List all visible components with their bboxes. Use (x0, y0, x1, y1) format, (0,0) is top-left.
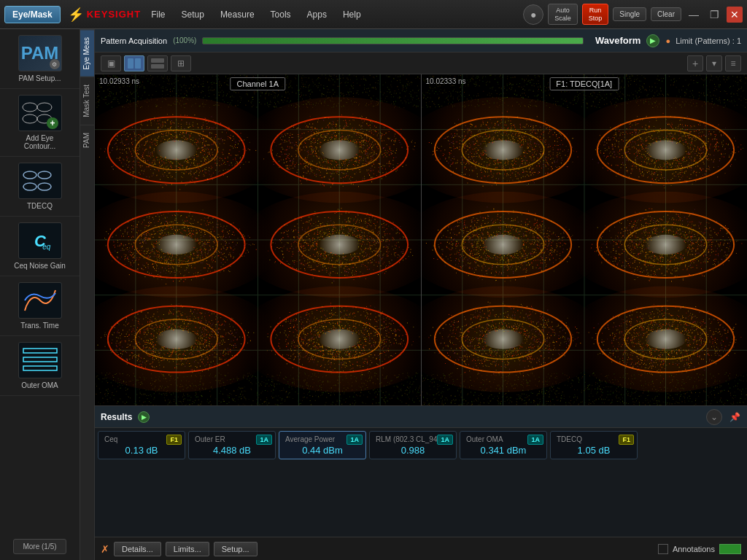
add-channel-button[interactable]: + (687, 55, 703, 71)
pam-setup-icon: PAM ⚙ (18, 35, 62, 71)
result-cell-name: Ceq (104, 435, 117, 443)
view-menu-button[interactable]: ≡ (725, 55, 741, 71)
close-button[interactable]: ✕ (727, 7, 743, 23)
titlebar: Eye/Mask ⚡ KEYSIGHT File Setup Measure T… (0, 0, 747, 29)
add-eye-contour-icon: + (18, 95, 62, 131)
result-cell-rlm: RLM (802.3 CL_94) 1A 0.988 (369, 431, 457, 459)
menu-apps[interactable]: Apps (301, 7, 333, 23)
logo-mark-icon: ⚡ (68, 7, 84, 23)
collapse-view-button[interactable]: ▾ (706, 55, 722, 71)
limit-text: ● Limit (Patterns) : 1 (665, 36, 741, 45)
trans-time-label: Trans. Time (20, 322, 58, 330)
vtab-pam[interactable]: PAM (80, 125, 94, 155)
ceq-noise-gain-label: Ceq Noise Gain (14, 262, 66, 270)
result-cell-avg-power: Average Power 1A 0.44 dBm (279, 431, 366, 459)
setup-action-button[interactable]: Setup... (214, 542, 258, 556)
panel2-label: F1: TDECQ[1A] (549, 77, 619, 90)
acquisition-progress-fill (203, 38, 583, 44)
sidebar-item-outer-oma[interactable]: Outer OMA (0, 336, 80, 396)
auto-scale-button[interactable]: Auto Scale (548, 4, 578, 26)
result-cell-badge: F1 (166, 435, 182, 445)
tdecq-icon (18, 163, 62, 199)
menu-help[interactable]: Help (337, 7, 367, 23)
result-cell-badge: 1A (256, 435, 272, 445)
eye-mask-button[interactable]: Eye/Mask (4, 6, 61, 23)
clear-button[interactable]: Clear (651, 7, 681, 21)
result-cell-name: Average Power (285, 435, 335, 443)
details-button[interactable]: Details... (114, 542, 161, 556)
view-split2v-button[interactable] (147, 55, 168, 71)
waveform-play-button[interactable]: ▶ (646, 34, 659, 47)
waveform-panel-1: 10.02933 ns Channel 1A (95, 74, 422, 405)
view-single-button[interactable]: ▣ (101, 55, 121, 71)
outer-oma-icon (18, 342, 62, 378)
result-cell-ceq: Ceq F1 0.13 dB (98, 431, 185, 459)
result-cell-outer-oma: Outer OMA 1A 0.341 dBm (460, 431, 547, 459)
results-play-button[interactable]: ▶ (138, 411, 150, 423)
annotations-indicator (719, 544, 741, 554)
view-buttons-bar: ▣ ⊞ + ▾ ≡ (95, 52, 747, 74)
run-stop-button[interactable]: Run Stop (582, 4, 609, 26)
svg-rect-21 (135, 58, 141, 69)
svg-rect-16 (19, 343, 61, 378)
panel2-timestamp: 10.02333 ns (426, 77, 466, 85)
pam-setup-label: PAM Setup... (18, 74, 61, 82)
gear-icon: ⚙ (50, 59, 60, 69)
more-button[interactable]: More (1/5) (13, 539, 66, 554)
minimize-button[interactable]: — (686, 7, 702, 23)
limit-dot-icon: ● (665, 36, 670, 45)
svg-text:+: + (50, 118, 55, 128)
result-cell-value: 0.988 (376, 445, 450, 456)
tdecq-label: TDECQ (27, 202, 53, 210)
annotations-checkbox[interactable] (658, 544, 668, 554)
menu-measure[interactable]: Measure (214, 7, 260, 23)
single-button[interactable]: Single (613, 7, 646, 21)
sidebar-item-pam-setup[interactable]: PAM ⚙ PAM Setup... (0, 29, 80, 89)
result-cell-value: 1.05 dB (557, 445, 631, 456)
acq-percent: (100%) (173, 36, 196, 44)
svg-rect-20 (128, 58, 133, 69)
outer-oma-label: Outer OMA (21, 381, 58, 389)
result-cell-badge: 1A (527, 435, 543, 445)
annotations-label: Annotations (673, 545, 715, 553)
result-cell-badge: 1A (347, 435, 363, 445)
result-cell-name: Outer OMA (466, 435, 503, 443)
menu-file[interactable]: File (145, 7, 171, 23)
annotations-area: Annotations (658, 544, 741, 554)
vtab-mask-test[interactable]: Mask Test (80, 77, 94, 125)
results-collapse-button[interactable]: ⌄ (706, 409, 722, 425)
action-bar: ✗ Details... Limits... Setup... Annotati… (95, 537, 747, 560)
eye-diagram-svg: + (19, 96, 61, 131)
error-icon: ✗ (101, 543, 109, 555)
restore-button[interactable]: ❐ (706, 7, 722, 23)
menu-setup[interactable]: Setup (176, 7, 210, 23)
main-layout: PAM ⚙ PAM Setup... + Ad (0, 29, 747, 560)
menu-tools[interactable]: Tools (265, 7, 297, 23)
trigger-circle-button[interactable]: ● (523, 4, 543, 25)
sidebar-item-tdecq[interactable]: TDECQ (0, 157, 80, 217)
sidebar-item-ceq-noise-gain[interactable]: C eq Ceq Noise Gain (0, 217, 80, 276)
view-split4-button[interactable]: ⊞ (171, 55, 191, 71)
right-panel: Eye Meas Mask Test PAM Pattern Acquisiti… (80, 29, 747, 560)
result-cell-tdecq: TDECQ F1 1.05 dB (550, 431, 638, 459)
vtab-eye-meas[interactable]: Eye Meas (80, 29, 94, 77)
view-split2h-button[interactable] (124, 55, 144, 71)
results-area: Results ▶ ⌄ 📌 Ceq F1 0.13 dB Outer ER 1A… (95, 405, 747, 537)
result-cell-value: 0.341 dBm (466, 445, 541, 456)
content-area: Pattern Acquisition (100%) Waveform ▶ ● … (95, 29, 747, 560)
results-pin-button[interactable]: 📌 (728, 411, 741, 424)
svg-rect-22 (151, 58, 164, 63)
ceq-noise-gain-icon: C eq (18, 222, 62, 259)
result-cell-name: RLM (802.3 CL_94) (376, 435, 440, 443)
sidebar-item-add-eye-contour[interactable]: + Add Eye Contour... (0, 89, 80, 157)
svg-rect-7 (19, 163, 61, 198)
svg-text:eq: eq (42, 243, 51, 251)
panel2-canvas (422, 74, 748, 405)
result-cell-value: 0.13 dB (104, 445, 179, 456)
limits-button[interactable]: Limits... (166, 542, 209, 556)
sidebar: PAM ⚙ PAM Setup... + Ad (0, 29, 80, 560)
sidebar-item-trans-time[interactable]: Trans. Time (0, 276, 80, 336)
trans-time-icon (18, 282, 62, 319)
result-cell-badge: 1A (437, 435, 453, 445)
keysight-logo: ⚡ KEYSIGHT (68, 7, 141, 23)
